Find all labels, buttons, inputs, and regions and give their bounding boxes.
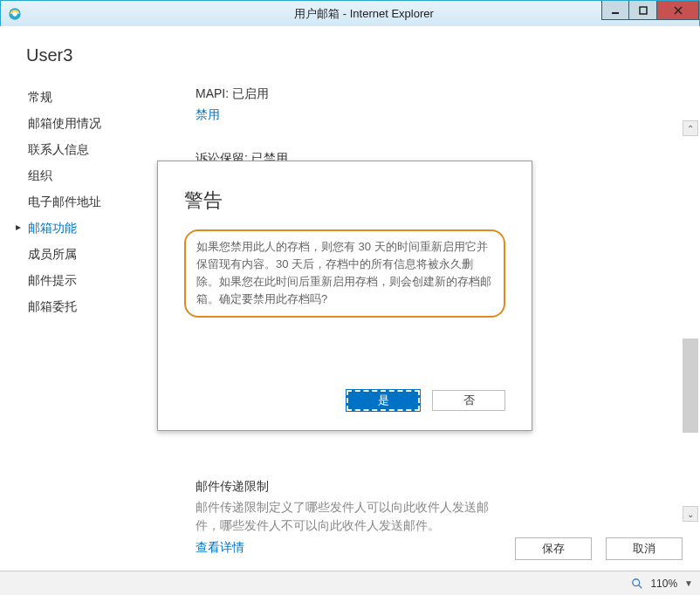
sidebar: 常规 邮箱使用情况 联系人信息 组织 电子邮件地址 邮箱功能 成员所属 邮件提示…: [16, 85, 147, 556]
svg-line-5: [639, 585, 642, 588]
sidebar-item-email[interactable]: 电子邮件地址: [16, 189, 147, 215]
page-title: User3: [26, 45, 691, 65]
vertical-scrollbar[interactable]: ⌃ ⌄: [683, 120, 698, 522]
dialog-body-highlight: 如果您禁用此人的存档，则您有 30 天的时间重新启用它并保留现有内容。30 天后…: [184, 229, 505, 318]
maximize-button[interactable]: [629, 1, 657, 20]
sidebar-item-features[interactable]: 邮箱功能: [16, 215, 147, 242]
title-bar: 用户邮箱 - Internet Explorer: [1, 1, 699, 27]
save-button[interactable]: 保存: [515, 537, 592, 560]
sidebar-item-mailtip[interactable]: 邮件提示: [16, 268, 147, 294]
footer-actions: 保存 取消: [515, 537, 683, 560]
status-bar: 110% ▼: [0, 571, 700, 595]
sidebar-item-org[interactable]: 组织: [16, 163, 147, 189]
ie-icon: [8, 7, 22, 21]
dialog-no-button[interactable]: 否: [432, 390, 505, 411]
svg-point-1: [12, 11, 17, 16]
svg-rect-2: [612, 12, 619, 14]
svg-point-4: [633, 578, 640, 585]
sidebar-item-general[interactable]: 常规: [16, 85, 147, 111]
sidebar-item-delegation[interactable]: 邮箱委托: [16, 294, 147, 320]
dialog-title: 警告: [184, 188, 505, 214]
dialog-body: 如果您禁用此人的存档，则您有 30 天的时间重新启用它并保留现有内容。30 天后…: [196, 238, 493, 309]
delivery-body: 邮件传递限制定义了哪些发件人可以向此收件人发送邮件，哪些发件人不可以向此收件人发…: [196, 498, 510, 535]
mapi-status: MAPI: 已启用: [196, 86, 691, 102]
sidebar-item-usage[interactable]: 邮箱使用情况: [16, 111, 147, 137]
scroll-thumb[interactable]: [683, 339, 698, 433]
zoom-dropdown-icon[interactable]: ▼: [684, 578, 693, 588]
client-area: User3 常规 邮箱使用情况 联系人信息 组织 电子邮件地址 邮箱功能 成员所…: [0, 26, 700, 571]
sidebar-item-memberof[interactable]: 成员所属: [16, 242, 147, 268]
delivery-details-link[interactable]: 查看详情: [196, 540, 244, 556]
dialog-actions: 是 否: [347, 390, 505, 411]
zoom-icon[interactable]: [631, 578, 643, 590]
warning-dialog: 警告 如果您禁用此人的存档，则您有 30 天的时间重新启用它并保留现有内容。30…: [157, 161, 532, 431]
cancel-button[interactable]: 取消: [606, 537, 683, 560]
mapi-disable-link[interactable]: 禁用: [196, 107, 220, 123]
delivery-title: 邮件传递限制: [196, 479, 691, 495]
close-button[interactable]: [657, 1, 699, 20]
sidebar-item-contact[interactable]: 联系人信息: [16, 137, 147, 163]
scroll-up-arrow[interactable]: ⌃: [683, 120, 698, 136]
svg-rect-3: [640, 7, 647, 14]
dialog-yes-button[interactable]: 是: [347, 390, 420, 411]
zoom-value[interactable]: 110%: [650, 578, 677, 590]
scroll-down-arrow[interactable]: ⌄: [683, 506, 698, 522]
minimize-button[interactable]: [601, 1, 629, 20]
window-buttons: [601, 1, 699, 20]
window-title: 用户邮箱 - Internet Explorer: [29, 6, 699, 22]
